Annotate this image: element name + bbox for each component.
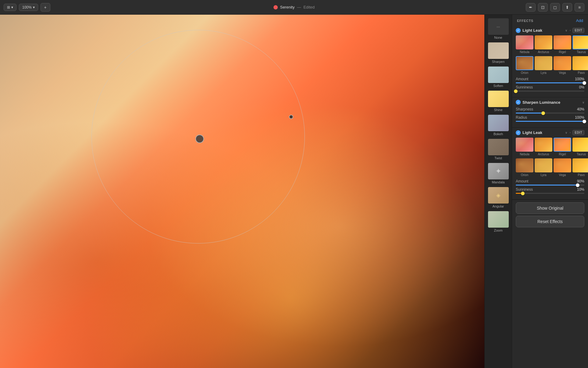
view-toggle[interactable]: ⊞ ▾ <box>4 4 16 11</box>
sunniness-2-track[interactable] <box>516 193 584 194</box>
pen-tool-btn[interactable]: ✒ <box>526 3 536 12</box>
light-leak-2-edit-button[interactable]: EDIT <box>572 130 584 135</box>
thumb-soften-label: Soften <box>494 84 503 88</box>
sharpness-slider: Sharpness 40% <box>516 107 584 114</box>
crop-tool-btn[interactable]: ⊡ <box>538 3 548 12</box>
amount-2-track[interactable] <box>516 185 584 186</box>
light-leak-1-block: ✓ Light Leak ∨ • EDIT Nebula <box>512 25 588 97</box>
thumb-none[interactable]: — None <box>487 17 510 41</box>
preset-rigel-2-thumb <box>554 138 571 152</box>
preset-arcturus-2[interactable]: Arcturus <box>535 138 552 156</box>
light-leak-1-dot: • <box>570 29 571 32</box>
preset-lyra-1[interactable]: Lyra <box>535 56 552 74</box>
preset-orion-2[interactable]: Orion <box>516 158 533 177</box>
preset-rigel-2[interactable]: Rigel <box>554 138 571 156</box>
preset-nebula-2[interactable]: Nebula <box>516 138 533 156</box>
thumb-shine[interactable]: Shine <box>487 89 510 113</box>
sharpness-thumb[interactable] <box>541 111 545 115</box>
preset-arcturus-1[interactable]: Arcturus <box>535 35 552 54</box>
thumb-mandala-label: Mandala <box>492 180 504 184</box>
toolbar-left: ⊞ ▾ 100% ▾ + <box>4 3 50 12</box>
thumb-twist[interactable]: Twist <box>487 138 510 161</box>
radial-edge-handle[interactable] <box>289 115 293 119</box>
radial-center-handle[interactable] <box>195 135 204 143</box>
thumb-bokeh[interactable]: Bokeh <box>487 114 510 137</box>
thumb-sharpen[interactable]: Sharpen <box>487 41 510 65</box>
thumb-zoom[interactable]: Zoom <box>487 210 510 233</box>
preset-nebula-1-label: Nebula <box>520 50 529 54</box>
preset-vega-2[interactable]: Vega <box>554 158 571 177</box>
right-panel: — None Sharpen Soften Shine Bokeh <box>484 15 588 368</box>
sunniness-1-value: 0% <box>579 85 584 89</box>
light-leak-1-chevron[interactable]: ∨ <box>565 29 567 32</box>
preset-arcturus-1-thumb <box>535 35 552 49</box>
preset-pavo-2[interactable]: Pavo <box>572 158 588 177</box>
preset-nebula-1[interactable]: Nebula <box>516 35 533 54</box>
bottom-buttons: Show Original Reset Effects <box>512 200 588 230</box>
edited-label: Edited <box>303 5 315 9</box>
light-leak-2-chevron[interactable]: ∨ <box>565 131 567 134</box>
file-title: Serenity <box>280 5 295 9</box>
light-leak-2-presets-row2: Orion Lyra Vega Pavo <box>516 158 584 177</box>
sunniness-1-track[interactable] <box>516 91 584 92</box>
light-leak-1-name[interactable]: Light Leak <box>522 28 563 33</box>
sunniness-1-thumb[interactable] <box>514 89 518 93</box>
light-leak-2-amount-slider: Amount 90% <box>516 179 584 186</box>
preset-pavo-1[interactable]: Pavo <box>572 56 588 74</box>
export-tool-btn[interactable]: ⬆ <box>562 3 572 12</box>
canvas-image <box>0 15 484 368</box>
light-leak-2-dot: • <box>570 131 571 134</box>
sharpness-track[interactable] <box>516 113 584 114</box>
add-effect-button[interactable]: Add <box>576 18 583 23</box>
thumb-angular-label: Angular <box>493 204 504 208</box>
light-leak-2-checkbox[interactable]: ✓ <box>516 130 521 135</box>
preset-pavo-1-thumb <box>572 56 588 70</box>
preset-taurus-2-label: Taurus <box>577 153 586 156</box>
sharpen-luminance-checkbox[interactable]: ✓ <box>516 100 521 105</box>
preset-orion-1-thumb <box>516 56 533 70</box>
settings-tool-btn[interactable]: ≡ <box>575 3 584 12</box>
preset-pavo-2-thumb <box>572 158 588 172</box>
amount-1-track[interactable] <box>516 82 584 83</box>
thumb-angular[interactable]: ◈ Angular <box>487 186 510 209</box>
canvas-area[interactable] <box>0 15 484 368</box>
preset-arcturus-2-label: Arcturus <box>538 153 549 156</box>
preset-lyra-2[interactable]: Lyra <box>535 158 552 177</box>
toolbar-right: ✒ ⊡ ◻ ⬆ ≡ <box>526 3 584 12</box>
preset-taurus-1[interactable]: Taurus <box>572 35 588 54</box>
light-leak-1-checkbox[interactable]: ✓ <box>516 28 521 33</box>
sharpen-luminance-block: ✓ Sharpen Luminance ∨ Sharpness 40% <box>512 97 588 128</box>
thumb-mandala[interactable]: ✦ Mandala <box>487 162 510 185</box>
preset-orion-1[interactable]: Orion <box>516 56 533 74</box>
preset-vega-1[interactable]: Vega <box>554 56 571 74</box>
thumb-soften[interactable]: Soften <box>487 65 510 89</box>
plus-icon: + <box>44 5 47 10</box>
thumbnail-strip: — None Sharpen Soften Shine Bokeh <box>485 15 512 368</box>
light-leak-1-presets-row2: Orion Lyra Vega Pavo <box>516 56 584 74</box>
sharpen-luminance-name[interactable]: Sharpen Luminance <box>522 100 580 105</box>
sunniness-2-header: Sunniness 10% <box>516 187 584 192</box>
light-leak-2-block: ✓ Light Leak ∨ • EDIT Nebula <box>512 128 588 200</box>
sunniness-2-value: 10% <box>577 187 584 192</box>
sharpen-luminance-chevron[interactable]: ∨ <box>582 101 584 104</box>
amount-1-thumb[interactable] <box>583 81 586 85</box>
sharpness-header: Sharpness 40% <box>516 107 584 111</box>
radius-thumb[interactable] <box>583 120 586 123</box>
amount-2-thumb[interactable] <box>576 183 579 187</box>
thumb-zoom-label: Zoom <box>494 229 502 232</box>
panel-content: — None Sharpen Soften Shine Bokeh <box>485 15 588 368</box>
radius-slider: Radius 100% <box>516 115 584 122</box>
preset-rigel-1[interactable]: Rigel <box>554 35 571 54</box>
show-original-button[interactable]: Show Original <box>516 202 584 214</box>
reset-effects-button[interactable]: Reset Effects <box>516 216 584 227</box>
preset-taurus-2[interactable]: Taurus <box>572 138 588 156</box>
light-leak-1-amount-slider: Amount 100% <box>516 77 584 83</box>
file-icon <box>273 5 278 9</box>
stamp-tool-btn[interactable]: ◻ <box>550 3 560 12</box>
light-leak-2-name[interactable]: Light Leak <box>522 130 563 135</box>
radius-track[interactable] <box>516 121 584 122</box>
light-leak-1-edit-button[interactable]: EDIT <box>572 28 584 33</box>
zoom-select[interactable]: 100% ▾ <box>19 4 38 11</box>
add-button[interactable]: + <box>41 3 50 12</box>
sunniness-2-thumb[interactable] <box>521 192 525 195</box>
